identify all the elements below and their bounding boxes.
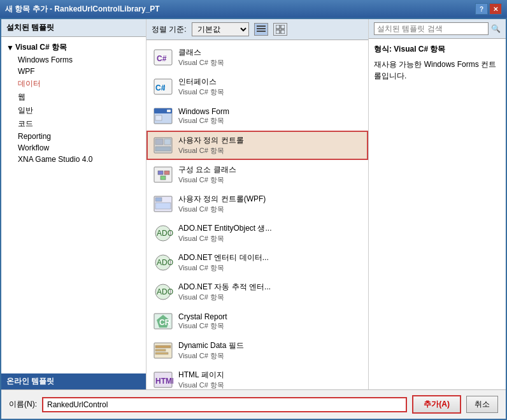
interface-icon: C#I — [153, 76, 173, 97]
search-box: 🔍 — [374, 22, 501, 35]
svg-rect-0 — [257, 25, 266, 27]
title-bar: 새 항목 추가 - RankedUrlControlLibrary_PT ? ✕ — [0, 0, 507, 18]
svg-rect-26 — [155, 198, 162, 201]
class-icon: C# — [153, 47, 173, 68]
item-row[interactable]: Windows Form Visual C# 항목 — [146, 101, 368, 131]
dynamic-icon — [153, 340, 173, 361]
online-section[interactable]: 온라인 템플릿 — [1, 373, 146, 389]
item-row[interactable]: CR Crystal Report Visual C# 항목 — [146, 307, 368, 336]
svg-rect-2 — [257, 31, 266, 32]
svg-rect-3 — [276, 25, 280, 29]
svg-text:CR: CR — [159, 318, 171, 327]
item-text: ADO.NET EntityObject 생... Visual C# 항목 — [178, 223, 362, 243]
item-row[interactable]: 사용자 정의 컨트롤(WPF) Visual C# 항목 — [146, 189, 368, 219]
cancel-button[interactable]: 취소 — [466, 396, 498, 413]
item-row[interactable]: C# 클래스 Visual C# 항목 — [146, 43, 368, 72]
dialog-body: 설치된 템플릿 ▼ Visual C# 항목 Windows Forms WPF… — [0, 18, 507, 420]
svg-text:ADO: ADO — [157, 258, 173, 267]
tree-expand-icon: ▼ — [6, 43, 14, 52]
sidebar-item-wpf[interactable]: WPF — [14, 66, 143, 77]
sidebar-item-reporting[interactable]: Reporting — [14, 131, 143, 142]
svg-rect-39 — [155, 352, 168, 354]
item-row[interactable]: ADO ADO.NET 자동 추적 엔터... Visual C# 항목 — [146, 277, 368, 307]
ado2-icon: ADO — [153, 252, 173, 273]
name-label: 이름(N): — [9, 399, 37, 410]
right-panel: 🔍 형식: Visual C# 항목 재사용 가능한 Windows Forms… — [369, 19, 506, 389]
close-button[interactable]: ✕ — [489, 3, 502, 15]
sort-select[interactable]: 기본값 이름 형식 — [192, 22, 249, 36]
crystal-icon: CR — [153, 311, 173, 331]
middle-panel: 정렬 기준: 기본값 이름 형식 C# — [146, 19, 369, 389]
sidebar-item-xna[interactable]: XNA Game Studio 4.0 — [14, 154, 143, 165]
svg-rect-4 — [281, 25, 285, 29]
tree-area[interactable]: ▼ Visual C# 항목 Windows Forms WPF 데이터 웹 일… — [1, 37, 146, 373]
svg-text:ADO: ADO — [157, 229, 173, 238]
item-row-selected[interactable]: 사용자 정의 컨트롤 Visual C# 항목 — [146, 131, 368, 160]
svg-rect-17 — [155, 139, 163, 145]
view-grid-btn[interactable] — [273, 23, 287, 36]
title-bar-controls: ? ✕ — [475, 3, 502, 15]
svg-text:ADO: ADO — [157, 287, 173, 296]
sidebar-item-code[interactable]: 코드 — [14, 117, 143, 131]
sidebar-item-web[interactable]: 웹 — [14, 91, 143, 104]
dialog-content: 설치된 템플릿 ▼ Visual C# 항목 Windows Forms WPF… — [1, 19, 506, 389]
search-icon[interactable]: 🔍 — [491, 24, 501, 33]
name-input[interactable] — [42, 397, 407, 412]
item-text: ADO.NET 엔터티 데이터... Visual C# 항목 — [178, 252, 362, 273]
sidebar-item-windows-forms[interactable]: Windows Forms — [14, 54, 143, 66]
tree-root-label[interactable]: ▼ Visual C# 항목 — [4, 41, 143, 54]
svg-rect-15 — [155, 115, 162, 120]
left-panel-header: 설치된 템플릿 — [1, 19, 146, 37]
item-row[interactable]: ADO ADO.NET EntityObject 생... Visual C# … — [146, 219, 368, 248]
right-header: 🔍 — [369, 19, 506, 39]
item-text: ADO.NET 자동 추적 엔터... Visual C# 항목 — [178, 282, 362, 302]
svg-rect-22 — [164, 171, 169, 175]
item-text: 클래스 Visual C# 항목 — [178, 47, 362, 68]
winform-icon — [153, 106, 173, 126]
svg-rect-18 — [164, 139, 171, 145]
item-text: 사용자 정의 컨트롤(WPF) Visual C# 항목 — [178, 194, 362, 214]
item-row[interactable]: ADO ADO.NET 엔터티 데이터... Visual C# 항목 — [146, 248, 368, 277]
item-text: 사용자 정의 컨트롤 Visual C# 항목 — [178, 135, 362, 156]
title-bar-left: 새 항목 추가 - RankedUrlControlLibrary_PT — [5, 4, 160, 15]
item-row[interactable]: 구성 요소 클래스 Visual C# 항목 — [146, 160, 368, 189]
svg-rect-14 — [167, 110, 171, 112]
tree-children: Windows Forms WPF 데이터 웹 일반 코드 Reporting … — [4, 54, 143, 165]
svg-rect-23 — [161, 176, 166, 180]
item-row[interactable]: C#I 인터페이스 Visual C# 항목 — [146, 72, 368, 101]
item-row[interactable]: Dynamic Data 필드 Visual C# 항목 — [146, 336, 368, 365]
item-text: Crystal Report Visual C# 항목 — [178, 312, 362, 331]
item-text: Windows Form Visual C# 항목 — [178, 107, 362, 126]
middle-header: 정렬 기준: 기본값 이름 형식 — [146, 19, 368, 40]
info-desc: 재사용 가능한 Windows Forms 컨트롤입니다. — [374, 59, 501, 82]
sidebar-item-data[interactable]: 데이터 — [14, 77, 143, 91]
svg-text:HTML: HTML — [155, 377, 173, 386]
svg-rect-1 — [257, 28, 266, 29]
add-button[interactable]: 추가(A) — [412, 395, 461, 414]
html-icon: HTML — [153, 370, 173, 389]
ado1-icon: ADO — [153, 223, 173, 243]
item-text: 인터페이스 Visual C# 항목 — [178, 76, 362, 97]
component-icon — [153, 164, 173, 185]
wpf-icon — [153, 194, 173, 214]
item-text: HTML 페이지 Visual C# 항목 — [178, 370, 362, 389]
svg-rect-21 — [158, 171, 163, 175]
tree-root-text: Visual C# 항목 — [15, 42, 67, 53]
svg-text:C#: C# — [157, 54, 167, 63]
svg-rect-5 — [276, 30, 280, 34]
svg-rect-19 — [155, 147, 171, 151]
svg-rect-38 — [155, 349, 166, 351]
right-info: 형식: Visual C# 항목 재사용 가능한 Windows Forms 컨… — [369, 39, 506, 389]
svg-rect-25 — [155, 203, 171, 209]
view-list-btn[interactable] — [254, 23, 268, 36]
window-title: 새 항목 추가 - RankedUrlControlLibrary_PT — [5, 4, 160, 15]
sidebar-item-general[interactable]: 일반 — [14, 104, 143, 117]
tree-root: ▼ Visual C# 항목 Windows Forms WPF 데이터 웹 일… — [1, 40, 146, 166]
items-list[interactable]: C# 클래스 Visual C# 항목 C#I 인터페이스 Visual C# … — [146, 40, 368, 389]
sidebar-item-workflow[interactable]: Workflow — [14, 142, 143, 154]
help-button[interactable]: ? — [475, 3, 488, 15]
left-panel: 설치된 템플릿 ▼ Visual C# 항목 Windows Forms WPF… — [1, 19, 146, 389]
sort-label: 정렬 기준: — [152, 24, 187, 35]
search-input[interactable] — [374, 22, 489, 35]
item-row[interactable]: HTML HTML 페이지 Visual C# 항목 — [146, 365, 368, 389]
